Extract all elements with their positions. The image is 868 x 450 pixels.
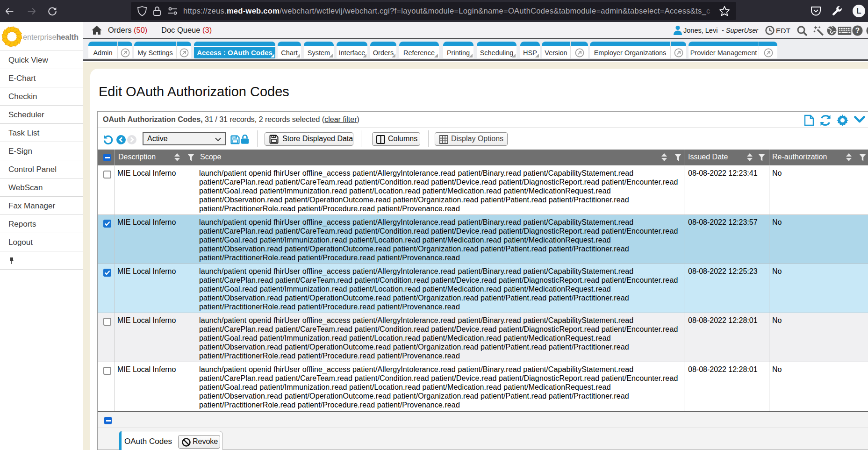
- svg-text:?: ?: [855, 27, 860, 35]
